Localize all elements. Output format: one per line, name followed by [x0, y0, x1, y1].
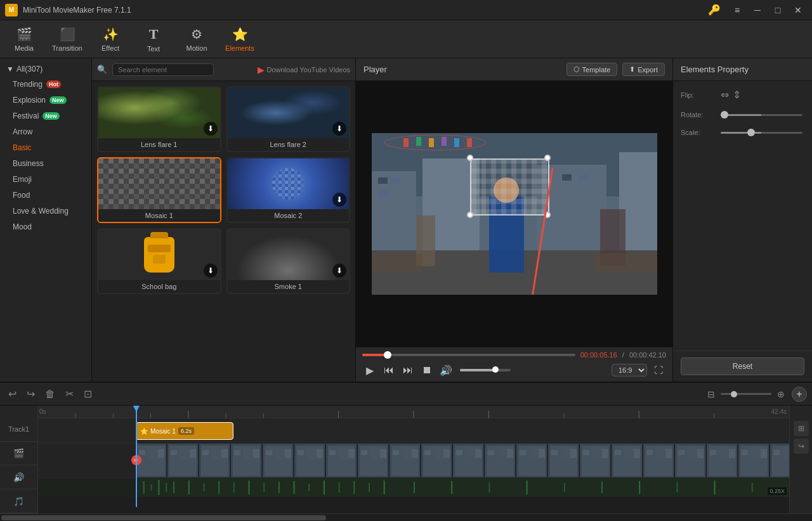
category-trending[interactable]: Trending Hot [3, 77, 89, 92]
track-lock-btn[interactable]: ⊞ [794, 421, 809, 436]
download-lens-flare-1-btn[interactable]: ⬇ [204, 122, 218, 136]
aspect-ratio-select[interactable]: 16:9 9:16 1:1 4:3 [612, 364, 647, 376]
reset-button[interactable]: Reset [681, 357, 804, 375]
control-dot-tl[interactable] [467, 155, 473, 161]
template-button[interactable]: ⬡ Template [566, 63, 618, 76]
svg-rect-56 [218, 481, 219, 494]
properties-header: Elements Property [673, 58, 812, 81]
add-track-button[interactable]: + [792, 387, 807, 402]
video-scene [372, 133, 657, 295]
video-image [372, 133, 657, 295]
scale-slider[interactable] [721, 132, 802, 134]
cut-button[interactable]: ✂ [62, 386, 77, 402]
play-button[interactable]: ▶ [362, 363, 377, 378]
toolbar-media[interactable]: 🎬 Media [3, 22, 46, 57]
download-smoke-1-btn[interactable]: ⬇ [332, 264, 346, 278]
stop-button[interactable]: ⏹ [419, 363, 435, 378]
key-icon[interactable]: 🔑 [708, 4, 721, 16]
download-mosaic-2-btn[interactable]: ⬇ [332, 193, 346, 207]
zoom-out-btn[interactable]: ⊟ [704, 387, 718, 401]
export-icon: ⬆ [629, 65, 635, 74]
next-frame-button[interactable]: ⏭ [400, 363, 416, 378]
rotate-label: Rotate: [681, 111, 716, 119]
category-explosion[interactable]: Explosion New [3, 93, 89, 108]
element-lens-flare-1[interactable]: ⬇ Lens flare 1 [97, 86, 221, 152]
fullscreen-button[interactable]: ⛶ [651, 363, 666, 378]
timeline-scrollbar[interactable] [0, 513, 812, 521]
delete-button[interactable]: 🗑 [42, 387, 58, 402]
control-dot-br[interactable] [544, 212, 551, 218]
festival-label: Festival [13, 112, 39, 120]
svg-rect-13 [403, 138, 409, 147]
time-ruler: 0s 42.4s [38, 406, 789, 418]
track-mute-btn[interactable]: ↪ [794, 439, 809, 454]
smoke-1-name: Smoke 1 [228, 280, 350, 293]
volume-thumb[interactable] [492, 366, 499, 373]
category-food[interactable]: Food [3, 188, 89, 203]
volume-button[interactable]: 🔊 [438, 363, 454, 378]
category-mood[interactable]: Mood [3, 219, 89, 235]
category-festival[interactable]: Festival New [3, 108, 89, 124]
element-school-bag[interactable]: ⬇ School bag [97, 228, 221, 294]
svg-rect-9 [562, 174, 572, 181]
progress-thumb[interactable] [384, 351, 391, 359]
element-lens-flare-2[interactable]: ⬇ Lens flare 2 [226, 86, 351, 152]
download-lens-flare-2-btn[interactable]: ⬇ [332, 122, 346, 136]
svg-rect-73 [601, 482, 603, 493]
progress-track[interactable] [362, 354, 575, 356]
crop-button[interactable]: ⊡ [81, 386, 95, 402]
toolbar-elements[interactable]: ⭐ Elements [218, 22, 261, 57]
scale-row: Scale: 36% [681, 129, 804, 136]
toolbar-transition[interactable]: ⬛ Transition [46, 22, 89, 57]
zoom-slider[interactable] [721, 393, 771, 395]
category-arrow[interactable]: Arrow [3, 124, 89, 139]
svg-rect-70 [488, 482, 490, 492]
properties-footer: Reset [673, 351, 812, 382]
elements-panel: 🔍 ▶ Download YouTube Videos ⬇ Lens flare… [92, 58, 355, 382]
zoom-in-btn[interactable]: ⊕ [774, 387, 788, 401]
minimize-button[interactable]: ─ [749, 3, 766, 17]
category-business[interactable]: Business [3, 156, 89, 171]
youtube-download-link[interactable]: ▶ Download YouTube Videos [258, 65, 351, 75]
scrollbar-thumb[interactable] [1, 515, 326, 520]
control-dot-tr[interactable] [544, 155, 551, 161]
motion-label: Motion [186, 44, 207, 52]
toolbar-effect[interactable]: ✨ Effect [89, 22, 132, 57]
download-school-bag-btn[interactable]: ⬇ [204, 264, 218, 278]
svg-rect-69 [451, 481, 452, 494]
svg-rect-19 [489, 196, 524, 273]
svg-rect-65 [353, 481, 355, 494]
undo-button[interactable]: ↩ [5, 386, 20, 402]
mosaic-clip[interactable]: ⭐ Mosaic 1 6.2s [136, 422, 233, 440]
playhead[interactable] [136, 406, 137, 507]
menu-button[interactable]: ≡ [728, 3, 746, 17]
video-track-icon: 🎬 [13, 448, 24, 458]
lens-flare-2-thumb: ⬇ [228, 87, 350, 138]
audio-waveform: 0.25X [38, 478, 789, 496]
export-button[interactable]: ⬆ Export [622, 63, 665, 76]
text-icon: T [149, 26, 159, 42]
element-smoke-1[interactable]: ⬇ Smoke 1 [226, 228, 351, 294]
control-dot-bl[interactable] [467, 212, 473, 218]
toolbar-motion[interactable]: ⚙ Motion [175, 22, 218, 57]
category-emoji[interactable]: Emoji [3, 172, 89, 187]
flip-horizontal-icon[interactable]: ⇔ [721, 89, 729, 101]
svg-rect-62 [308, 484, 310, 491]
toolbar-text[interactable]: T Text [132, 22, 175, 57]
category-love-wedding[interactable]: Love & Wedding [3, 203, 89, 219]
svg-rect-7 [391, 177, 400, 184]
search-input[interactable] [112, 63, 214, 76]
volume-track[interactable] [460, 369, 511, 371]
category-basic[interactable]: Basic [3, 140, 89, 155]
flip-vertical-icon[interactable]: ⇕ [733, 89, 741, 101]
all-category-header[interactable]: ▼ All(307) [0, 62, 91, 76]
redo-button[interactable]: ↪ [23, 386, 38, 402]
prev-frame-button[interactable]: ⏮ [381, 363, 396, 378]
maximize-button[interactable]: □ [769, 3, 787, 17]
element-mosaic-2[interactable]: ⬇ Mosaic 2 [226, 157, 351, 223]
svg-rect-63 [324, 480, 325, 494]
rotate-slider[interactable] [721, 114, 802, 116]
close-button[interactable]: ✕ [789, 3, 807, 17]
elements-icon: ⭐ [232, 27, 248, 42]
element-mosaic-1[interactable]: Mosaic 1 [97, 157, 221, 223]
